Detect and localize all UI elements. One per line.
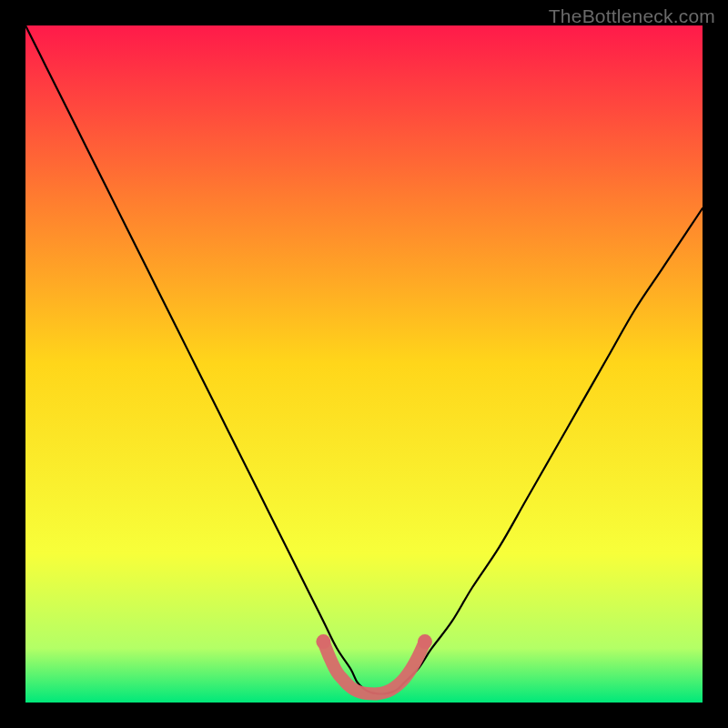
highlight-end-dot bbox=[418, 634, 432, 649]
bottleneck-chart bbox=[25, 25, 703, 703]
plot-area bbox=[25, 25, 703, 703]
highlight-end-dot bbox=[316, 634, 330, 649]
watermark-text: TheBottleneck.com bbox=[549, 5, 715, 27]
gradient-bg bbox=[25, 25, 703, 703]
chart-frame: TheBottleneck.com bbox=[0, 0, 728, 728]
